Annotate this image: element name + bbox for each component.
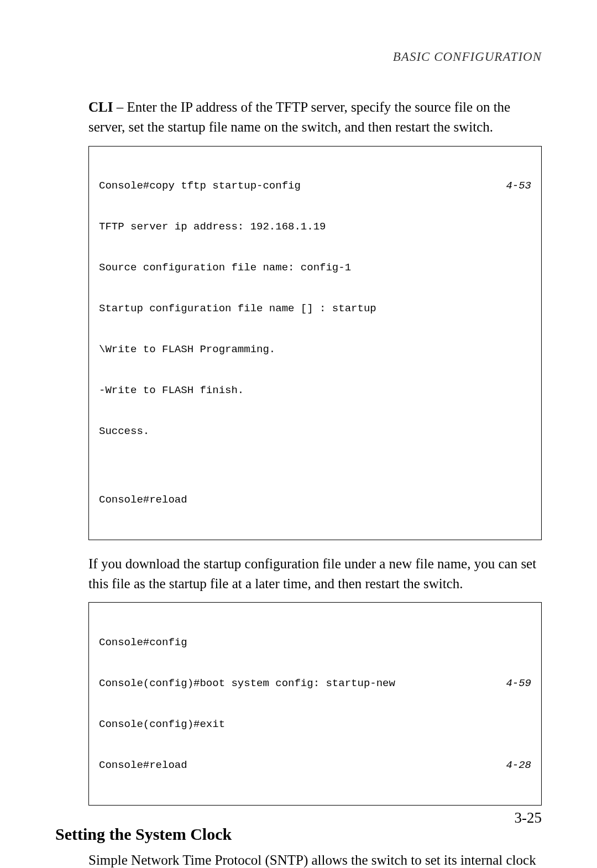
code-ref: 4-59 <box>506 677 531 691</box>
section-heading: Setting the System Clock <box>55 825 542 844</box>
code-text: Console#copy tftp startup-config <box>99 179 301 193</box>
code-block-1: Console#copy tftp startup-config4-53 TFT… <box>88 146 542 540</box>
code-line: Source configuration file name: config-1 <box>99 261 531 275</box>
code-block-2: Console#config Console(config)#boot syst… <box>88 602 542 806</box>
cli-intro-paragraph: CLI – Enter the IP address of the TFTP s… <box>88 97 542 138</box>
code-line: Success. <box>99 425 531 438</box>
code-text: Console(config)#boot system config: star… <box>99 677 395 691</box>
page-container: BASIC CONFIGURATION CLI – Enter the IP a… <box>0 0 597 868</box>
page-number: 3-25 <box>515 809 542 827</box>
cli-label: CLI <box>88 100 113 114</box>
code-line: -Write to FLASH finish. <box>99 384 531 398</box>
cli-intro-text: – Enter the IP address of the TFTP serve… <box>88 100 510 134</box>
code-ref: 4-53 <box>506 179 531 193</box>
code-line: Console#copy tftp startup-config4-53 <box>99 179 531 193</box>
code-line: Startup configuration file name [] : sta… <box>99 302 531 316</box>
code-line: TFTP server ip address: 192.168.1.19 <box>99 220 531 234</box>
code-line: Console#config <box>99 636 531 650</box>
code-line: Console(config)#exit <box>99 718 531 731</box>
page-header: BASIC CONFIGURATION <box>55 50 542 64</box>
code-text: Console#reload <box>99 759 187 772</box>
header-title: BASIC CONFIGURATION <box>393 50 542 64</box>
code-line: \Write to FLASH Programming. <box>99 343 531 357</box>
code-ref: 4-28 <box>506 759 531 772</box>
code-line: Console#reload <box>99 493 531 507</box>
paragraph-2: If you download the startup configuratio… <box>88 554 542 594</box>
code-line: Console(config)#boot system config: star… <box>99 677 531 691</box>
code-line: Console#reload4-28 <box>99 759 531 772</box>
paragraph-3: Simple Network Time Protocol (SNTP) allo… <box>88 850 542 868</box>
